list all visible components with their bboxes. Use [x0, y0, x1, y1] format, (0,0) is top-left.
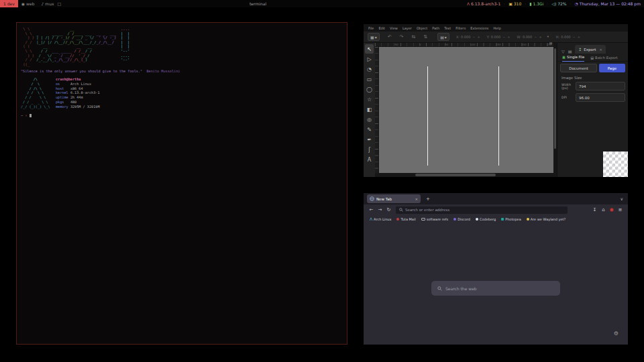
- bookmarks-bar: ΛArch LinuxTuta Mailsoftware refsDiscord…: [364, 215, 628, 223]
- undo-icon[interactable]: ↶: [388, 34, 392, 40]
- fetch-block: /\ / \ / /\ \ / / \ \ / / \ \ / / _ _ \ …: [21, 77, 347, 109]
- bookmark-item-photopea[interactable]: Photopea: [501, 217, 521, 221]
- tool-options-dropdown[interactable]: ▦▾: [368, 33, 380, 41]
- lock-ratio-icon[interactable]: •: [547, 34, 549, 40]
- status-packages: ▣310: [508, 1, 521, 6]
- menu-item-object[interactable]: Object: [417, 26, 427, 30]
- folder-favicon: [421, 218, 425, 221]
- redo-icon[interactable]: ↷: [400, 34, 404, 40]
- reload-button[interactable]: ↻: [384, 207, 393, 213]
- tool-pencil[interactable]: ✎: [365, 125, 374, 134]
- workspace-icon: ◉: [21, 1, 25, 6]
- menu-item-layer[interactable]: Layer: [402, 26, 412, 30]
- quote-line: "Silence is the only answer you should g…: [21, 69, 347, 73]
- flip-horizontal-icon[interactable]: ⇆: [411, 34, 415, 40]
- workspace-tag-mux[interactable]: ♪mux: [38, 0, 57, 7]
- single-file-icon: ▣: [562, 55, 566, 59]
- forward-button[interactable]: →: [376, 207, 384, 213]
- tab-close-icon[interactable]: ×: [415, 197, 418, 201]
- tool-spiral[interactable]: ◎: [365, 115, 374, 124]
- separator: ·: [570, 1, 572, 6]
- document-button[interactable]: Document: [560, 64, 597, 72]
- web-search-input[interactable]: Search the web: [431, 281, 560, 296]
- url-bar[interactable]: Search or enter address: [396, 206, 568, 214]
- tab-single-file[interactable]: ▣Single File: [562, 54, 584, 62]
- download-icon[interactable]: ↧: [590, 207, 599, 213]
- separator: ·: [547, 1, 548, 6]
- export-icon: ↥: [578, 47, 582, 52]
- tool-text[interactable]: A: [365, 155, 374, 164]
- tool-ellipse[interactable]: ◯: [365, 84, 374, 94]
- status-bar: 1 dev◉web♪mux□ terminal Λ6.13.8-arch3-1·…: [0, 0, 644, 7]
- layout-icon[interactable]: □: [58, 1, 62, 6]
- packages-icon: ▣: [508, 1, 513, 6]
- snap-dropdown[interactable]: ▤▾: [437, 33, 449, 41]
- discord-favicon: [453, 218, 456, 221]
- coord-field-w[interactable]: W:0.000−+: [517, 35, 542, 39]
- ublock-icon[interactable]: [610, 208, 614, 212]
- globe-icon: [370, 196, 374, 201]
- tuta-favicon: [396, 218, 399, 221]
- vertical-scrollbar[interactable]: [553, 43, 557, 177]
- export-tab[interactable]: ↥Export×: [575, 45, 606, 54]
- new-tab-button[interactable]: +: [426, 196, 430, 202]
- bookmark-item-are-we-wayland-yet-[interactable]: Are we Wayland yet?: [527, 217, 566, 221]
- menu-item-file[interactable]: File: [368, 26, 374, 30]
- menu-item-edit[interactable]: Edit: [378, 26, 385, 30]
- tool-selector[interactable]: ↖: [365, 44, 374, 54]
- new-tab-page: Search the web ⚙: [364, 223, 628, 345]
- export-panel: ▽ ▤ ↥Export× ▣Single File ▤Batch Export …: [557, 43, 628, 177]
- shell-prompt[interactable]: ~›: [21, 113, 347, 117]
- home-icon[interactable]: ⌂: [599, 207, 608, 213]
- tool-calligraphy[interactable]: ʃ: [365, 145, 374, 154]
- tool-shape-builder[interactable]: ◔: [365, 64, 374, 74]
- horizontal-scrollbar[interactable]: [375, 173, 553, 177]
- close-icon[interactable]: ×: [599, 48, 602, 52]
- bookmark-item-software-refs[interactable]: software refs: [421, 217, 448, 221]
- back-button[interactable]: ←: [367, 207, 376, 213]
- menu-item-help[interactable]: Help: [493, 26, 500, 30]
- workspace-tag-web[interactable]: ◉web: [18, 0, 38, 7]
- workspace-tag-1-dev[interactable]: 1 dev: [0, 0, 18, 7]
- coord-field-h[interactable]: H:0.000−+: [556, 35, 580, 39]
- arch-logo-ascii: /\ / \ / /\ \ / / \ \ / / \ \ / / _ _ \ …: [21, 77, 56, 109]
- menu-item-filters[interactable]: Filters: [455, 26, 466, 30]
- bookmark-item-codeberg[interactable]: Codeberg: [476, 217, 496, 221]
- menu-icon[interactable]: ≡: [616, 207, 625, 213]
- page-button[interactable]: Page: [599, 64, 625, 72]
- bookmark-item-arch-linux[interactable]: ΛArch Linux: [370, 217, 391, 221]
- bookmark-item-tuta-mail[interactable]: Tuta Mail: [396, 217, 415, 221]
- tool-node-editor[interactable]: ▷: [365, 54, 374, 64]
- tab-bar: New Tab × + ∨: [364, 193, 628, 204]
- tool-box-3d[interactable]: ◧: [365, 105, 374, 114]
- dpi-input[interactable]: 96.00: [576, 93, 625, 102]
- width-label: Width(px): [561, 83, 574, 90]
- coord-field-x[interactable]: X:0.000−+: [456, 35, 480, 39]
- tool-rectangle[interactable]: ▭: [365, 74, 374, 84]
- menu-item-text[interactable]: Text: [444, 26, 451, 30]
- snap-controls-icon[interactable]: ▫: [549, 40, 552, 45]
- settings-gear-icon[interactable]: ⚙: [614, 330, 619, 337]
- tab-overflow-chevron[interactable]: ∨: [621, 196, 623, 201]
- tool-pen[interactable]: ✒: [365, 135, 374, 144]
- width-input[interactable]: 794: [576, 82, 625, 90]
- photopea-favicon: [501, 218, 504, 221]
- tool-star[interactable]: ☆: [365, 95, 374, 104]
- menu-item-path[interactable]: Path: [432, 26, 439, 30]
- memory-icon: ▮: [529, 1, 531, 6]
- workspace-icon: ♪: [41, 1, 44, 6]
- browser-window: New Tab × + ∨ ← → ↻ Search or enter addr…: [364, 193, 628, 345]
- navigation-bar: ← → ↻ Search or enter address ↧ ⌂ ≡: [364, 204, 628, 215]
- separator: ·: [525, 1, 526, 6]
- browser-tab[interactable]: New Tab ×: [367, 194, 421, 203]
- toolbox: ↖▷◔▭◯☆◧◎✎✒ʃA: [364, 43, 375, 177]
- flip-vertical-icon[interactable]: ⇅: [423, 34, 427, 40]
- batch-export-icon: ▤: [590, 56, 594, 60]
- codeberg-favicon: [476, 218, 478, 221]
- bookmark-item-discord[interactable]: Discord: [453, 217, 470, 221]
- coord-field-y[interactable]: Y:0.000−+: [487, 35, 511, 39]
- menu-item-view[interactable]: View: [390, 26, 398, 30]
- canvas[interactable]: [379, 47, 553, 173]
- menu-item-extensions[interactable]: Extensions: [470, 26, 488, 30]
- tab-batch-export[interactable]: ▤Batch Export: [590, 56, 617, 60]
